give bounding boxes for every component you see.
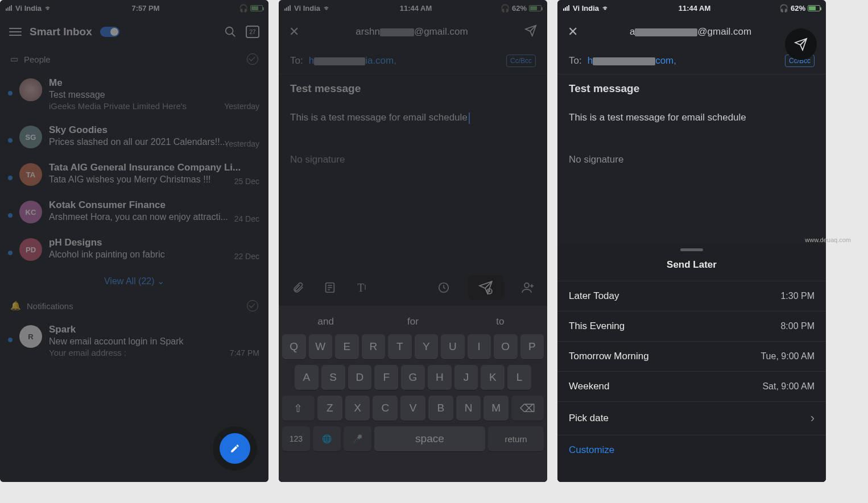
key-n[interactable]: N [456, 396, 481, 421]
suggestion-bar[interactable]: andforto [282, 309, 544, 334]
add-person-icon[interactable] [520, 280, 536, 296]
key-c[interactable]: C [373, 396, 398, 421]
unread-dot [8, 176, 13, 180]
mail-row[interactable]: KC Kotak Consumer Finance Arshmeet Hora,… [0, 193, 268, 230]
key-u[interactable]: U [441, 334, 465, 359]
sheet-title: Send Later [557, 259, 826, 281]
close-icon[interactable]: ✕ [568, 24, 578, 39]
mic-key[interactable]: 🎤 [344, 426, 371, 451]
key-a[interactable]: A [295, 365, 319, 390]
key-b[interactable]: B [428, 396, 453, 421]
from-address[interactable]: a@gmail.com [587, 26, 794, 38]
headphones-icon: 🎧 [779, 4, 788, 13]
numbers-key[interactable]: 123 [282, 426, 310, 451]
key-x[interactable]: X [345, 396, 370, 421]
key-w[interactable]: W [309, 334, 333, 359]
send-later-option[interactable]: This Evening8:00 PM [557, 311, 826, 341]
to-field[interactable]: To: hia.com, Cc/Bcc [279, 48, 547, 74]
people-icon: ▭ [10, 54, 18, 64]
section-people[interactable]: ▭ People [0, 48, 268, 70]
to-label: To: [569, 55, 582, 66]
key-e[interactable]: E [335, 334, 359, 359]
send-later-option[interactable]: Tomorrow MorningTue, 9:00 AM [557, 341, 826, 371]
note-icon[interactable] [322, 280, 338, 296]
calendar-icon[interactable]: 27 [246, 26, 259, 38]
key-r[interactable]: R [362, 334, 386, 359]
view-all-link[interactable]: View All (22) ⌄ [0, 268, 268, 294]
keyboard[interactable]: andforto QWERTYUIOP ASDFGHJKL ⇧ ZXCVBNM … [279, 306, 547, 482]
mail-row[interactable]: TA Tata AIG General Insurance Company Li… [0, 155, 268, 193]
key-v[interactable]: V [400, 396, 425, 421]
headphones-icon: 🎧 [239, 4, 248, 13]
key-k[interactable]: K [481, 365, 505, 390]
search-icon[interactable] [223, 24, 238, 39]
send-later-sheet: Send Later Later Today1:30 PMThis Evenin… [557, 244, 826, 482]
subject: New email account login in Spark [49, 336, 261, 347]
from-address[interactable]: arshn@gmail.com [308, 26, 515, 38]
option-value: Tue, 9:00 AM [760, 351, 815, 361]
check-all-icon[interactable] [247, 300, 258, 311]
key-p[interactable]: P [520, 334, 544, 359]
pick-date-row[interactable]: Pick date [557, 401, 826, 435]
send-button-highlight[interactable] [785, 28, 817, 60]
sender: Spark [49, 324, 261, 335]
attach-icon[interactable] [290, 280, 306, 296]
return-key[interactable]: return [488, 426, 544, 451]
key-o[interactable]: O [494, 334, 518, 359]
send-later-option[interactable]: WeekendSat, 9:00 AM [557, 371, 826, 401]
key-j[interactable]: J [454, 365, 478, 390]
mail-row[interactable]: SG Sky Goodies Prices slashed on all our… [0, 118, 268, 155]
key-z[interactable]: Z [317, 396, 342, 421]
option-label: Later Today [569, 290, 619, 302]
mail-row[interactable]: PD pH Designs Alcohol ink painting on fa… [0, 230, 268, 268]
close-icon[interactable]: ✕ [289, 24, 299, 39]
signature-placeholder[interactable]: No signature [279, 143, 547, 177]
key-d[interactable]: D [348, 365, 372, 390]
body-field[interactable]: This is a test message for email schedul… [279, 103, 547, 143]
customize-row[interactable]: Customize [557, 435, 826, 465]
text-format-icon[interactable]: TI [354, 280, 370, 296]
space-key[interactable]: space [374, 426, 486, 451]
option-label: Tomorrow Morning [569, 351, 649, 362]
key-i[interactable]: I [468, 334, 491, 359]
key-t[interactable]: T [388, 334, 412, 359]
key-s[interactable]: S [321, 365, 345, 390]
section-notifications[interactable]: 🔔 Notifications [0, 294, 268, 317]
sheet-grabber[interactable] [680, 248, 703, 251]
sender: Me [49, 77, 261, 89]
key-y[interactable]: Y [415, 334, 439, 359]
body-field[interactable]: This is a test message for email schedul… [557, 103, 826, 143]
send-later-icon[interactable] [468, 275, 504, 300]
subject-field[interactable]: Test message [279, 74, 547, 103]
key-l[interactable]: L [507, 365, 531, 390]
mail-row[interactable]: R Spark New email account login in Spark… [0, 317, 268, 364]
backspace-key[interactable]: ⌫ [511, 396, 544, 421]
send-later-option[interactable]: Later Today1:30 PM [557, 281, 826, 311]
date: 22 Dec [234, 252, 259, 261]
key-m[interactable]: M [483, 396, 509, 421]
key-f[interactable]: F [374, 365, 398, 390]
send-icon[interactable] [524, 24, 537, 39]
globe-key[interactable]: 🌐 [313, 426, 341, 451]
sender: Tata AIG General Insurance Company Li... [49, 162, 261, 173]
key-g[interactable]: G [401, 365, 425, 390]
battery-icon [529, 5, 542, 11]
mail-row[interactable]: Me Test message iGeeks Media Private Lim… [0, 70, 268, 118]
carrier-label: Vi India [15, 4, 42, 13]
smart-inbox-toggle[interactable] [100, 27, 119, 37]
compose-fab[interactable] [213, 426, 257, 471]
menu-icon[interactable] [9, 28, 22, 36]
clock-icon[interactable] [436, 280, 452, 296]
status-time: 7:57 PM [52, 4, 239, 13]
inbox-title: Smart Inbox [30, 26, 92, 38]
key-q[interactable]: Q [282, 334, 306, 359]
unread-dot [8, 338, 13, 342]
signature-placeholder[interactable]: No signature [557, 143, 826, 177]
key-h[interactable]: H [428, 365, 452, 390]
shift-key[interactable]: ⇧ [282, 396, 315, 421]
subject-field[interactable]: Test message [557, 74, 826, 103]
check-all-icon[interactable] [247, 53, 258, 65]
to-field[interactable]: To: hcom, Cc/Bcc [557, 48, 826, 74]
ccbcc-button[interactable]: Cc/Bcc [506, 55, 536, 67]
avatar: TA [19, 163, 42, 186]
